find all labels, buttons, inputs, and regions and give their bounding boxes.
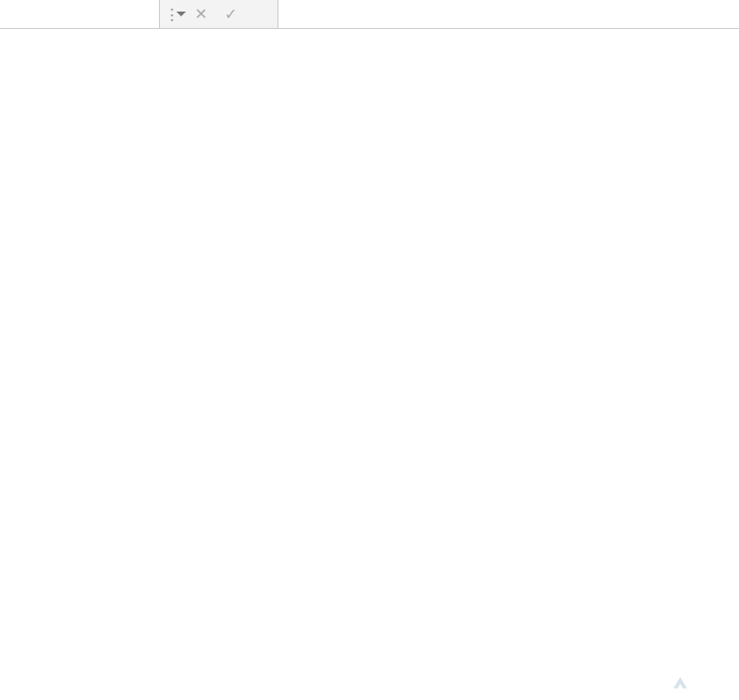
- vert-dots-icon: ⋮: [160, 6, 183, 23]
- watermark: [673, 676, 691, 688]
- watermark-icon: [673, 677, 687, 688]
- name-box[interactable]: [8, 7, 176, 22]
- formula-buttons: ✕ ✓: [183, 5, 270, 23]
- enter-icon[interactable]: ✓: [224, 5, 237, 23]
- formula-bar: ⋮ ✕ ✓: [0, 0, 739, 29]
- cancel-icon[interactable]: ✕: [195, 5, 207, 23]
- name-box-wrap[interactable]: [0, 0, 160, 28]
- spreadsheet-grid: [0, 29, 739, 700]
- formula-input[interactable]: [277, 0, 739, 28]
